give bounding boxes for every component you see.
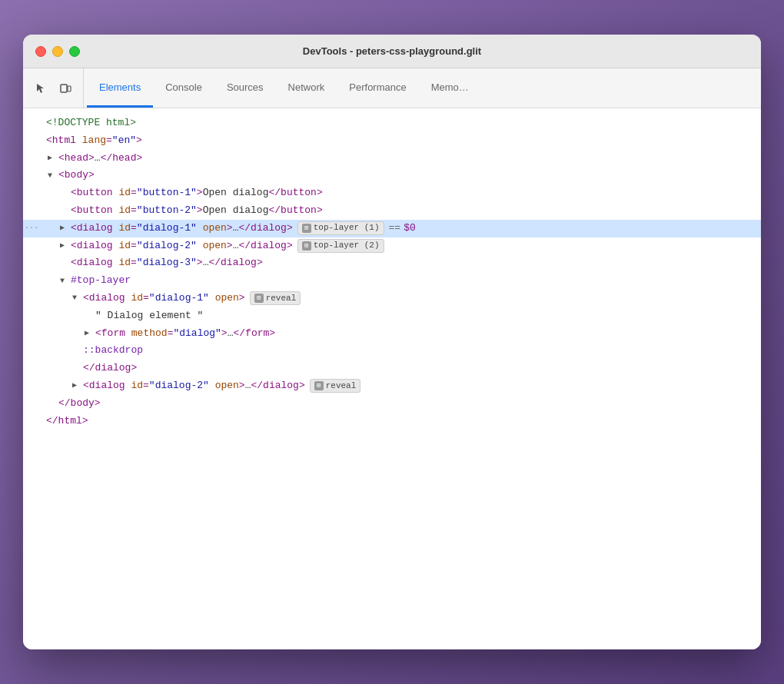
html-open-line[interactable]: <html lang="en"> [23, 132, 761, 150]
close-html-line[interactable]: </html> [23, 413, 761, 430]
form-arrow[interactable] [85, 327, 95, 340]
head-line[interactable]: <head>…</head> [23, 150, 761, 168]
body-open-line[interactable]: <body> [23, 167, 761, 184]
top-layer-badge-1[interactable]: ⊞ top-layer (1) [297, 221, 384, 235]
button1-line[interactable]: <button id="button-1">Open dialog</butto… [23, 184, 761, 202]
dialog1-inner-arrow[interactable] [72, 292, 83, 304]
doctype-line[interactable]: <!DOCTYPE html> [23, 115, 761, 132]
dialog2-inner-line[interactable]: <dialog id="dialog-2" open>…</dialog> ⊞ … [23, 377, 761, 395]
head-arrow[interactable] [48, 152, 58, 164]
reveal-badge-1[interactable]: ⊞ reveal [250, 291, 301, 305]
tab-performance[interactable]: Performance [337, 68, 418, 108]
close-dialog1-line[interactable]: </dialog> [23, 360, 761, 377]
reveal-badge-2[interactable]: ⊞ reveal [310, 379, 361, 393]
svg-rect-1 [68, 86, 71, 91]
toplayer-line[interactable]: #top-layer [23, 272, 761, 290]
form-line[interactable]: <form method="dialog">…</form> [23, 325, 761, 343]
equals-dollar-zero: == $0 [389, 221, 416, 237]
dialog2-inner-arrow[interactable] [72, 380, 83, 392]
button2-line[interactable]: <button id="button-2">Open dialog</butto… [23, 202, 761, 220]
dialog1-line[interactable]: ··· <dialog id="dialog-1" open>…</dialog… [23, 220, 761, 237]
cursor-icon [35, 82, 47, 95]
devtools-window: DevTools - peters-css-playground.glit El… [23, 35, 761, 649]
text-dialog-line[interactable]: " Dialog element " [23, 307, 761, 325]
tabs-bar: Elements Console Sources Network Perform… [23, 68, 761, 108]
toolbar-icons [29, 68, 84, 108]
dom-tree: <!DOCTYPE html> <html lang="en"> <head>…… [23, 108, 761, 649]
minimize-button[interactable] [52, 46, 63, 57]
tab-console[interactable]: Console [153, 68, 214, 108]
body-arrow[interactable] [48, 170, 58, 182]
tab-network[interactable]: Network [276, 68, 337, 108]
tab-sources[interactable]: Sources [214, 68, 276, 108]
three-dots-icon: ··· [25, 222, 38, 234]
doctype-text: <!DOCTYPE html> [46, 115, 136, 131]
toplayer-arrow[interactable] [60, 275, 71, 287]
dialog3-line[interactable]: <dialog id="dialog-3">…</dialog> [23, 254, 761, 272]
top-layer-badge-2[interactable]: ⊞ top-layer (2) [297, 239, 384, 253]
close-body-line[interactable]: </body> [23, 395, 761, 413]
reveal-icon-1: ⊞ [254, 294, 264, 303]
device-icon [59, 82, 71, 95]
dialog1-inner-line[interactable]: <dialog id="dialog-1" open> ⊞ reveal [23, 290, 761, 307]
top-layer-icon: ⊞ [302, 224, 311, 233]
maximize-button[interactable] [69, 46, 80, 57]
top-layer-icon-2: ⊞ [302, 241, 311, 251]
close-button[interactable] [35, 46, 46, 57]
dialog2-arrow[interactable] [60, 240, 71, 252]
window-title: DevTools - peters-css-playground.glit [303, 45, 481, 57]
device-toggle-button[interactable] [54, 77, 77, 100]
dialog1-arrow[interactable] [60, 222, 71, 234]
svg-rect-0 [61, 85, 67, 92]
reveal-icon-2: ⊞ [314, 381, 324, 390]
tab-memory[interactable]: Memo… [419, 68, 481, 108]
dialog2-line[interactable]: <dialog id="dialog-2" open>…</dialog> ⊞ … [23, 237, 761, 255]
cursor-tool-button[interactable] [29, 77, 52, 100]
titlebar: DevTools - peters-css-playground.glit [23, 35, 761, 68]
backdrop-line[interactable]: ::backdrop [23, 342, 761, 360]
tab-elements[interactable]: Elements [87, 68, 153, 108]
traffic-lights [35, 46, 80, 57]
